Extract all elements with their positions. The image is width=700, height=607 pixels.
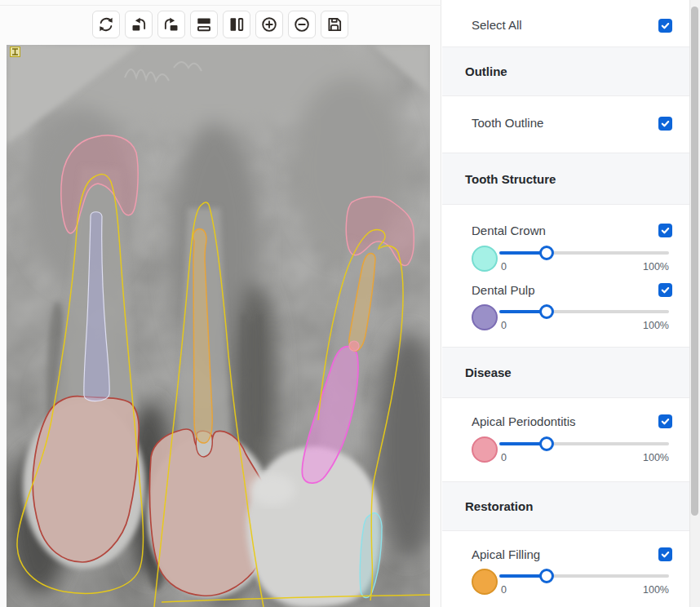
film-orientation-marker — [10, 47, 20, 57]
section-title: Outline — [465, 64, 507, 78]
check-icon — [661, 550, 670, 559]
ruler-icon — [11, 47, 20, 56]
dental-crown-color-swatch[interactable] — [472, 246, 498, 272]
radiograph-canvas[interactable] — [7, 45, 430, 607]
rotate-right-icon — [162, 16, 180, 33]
panel-scrollbar-thumb[interactable] — [691, 7, 698, 516]
slider-thumb[interactable] — [539, 246, 554, 260]
save-button[interactable] — [321, 11, 348, 38]
reset-rotation-button[interactable] — [92, 11, 120, 38]
apical-filling-checkbox[interactable] — [658, 547, 672, 561]
dental-pulp-label: Dental Pulp — [472, 283, 535, 298]
section-header-disease: Disease — [442, 347, 689, 398]
zoom-out-button[interactable] — [288, 11, 316, 38]
check-icon — [661, 119, 670, 128]
divider — [0, 5, 441, 6]
flip-vertical-button[interactable] — [190, 11, 218, 38]
rotate-right-button[interactable] — [157, 11, 185, 38]
dental-annotation-app: Select All Outline Tooth Outline Tooth S… — [0, 0, 700, 607]
section-header-restoration: Restoration — [442, 481, 689, 531]
rotate-left-button[interactable] — [125, 11, 153, 38]
slider-max-label: 100% — [499, 584, 669, 596]
apical-periodontitis-color-swatch[interactable] — [472, 436, 498, 463]
slider-max-label: 100% — [499, 261, 669, 272]
flip-horizontal-button[interactable] — [223, 11, 250, 38]
layers-panel: Select All Outline Tooth Outline Tooth S… — [442, 0, 689, 607]
slider-thumb[interactable] — [539, 436, 554, 451]
zoom-in-icon — [260, 16, 278, 33]
dental-crown-opacity-slider[interactable] — [499, 251, 669, 255]
zoom-in-button[interactable] — [255, 11, 283, 38]
slider-max-label: 100% — [499, 320, 669, 331]
flip-horizontal-icon — [228, 16, 246, 33]
section-title: Disease — [465, 366, 512, 379]
image-toolbar — [92, 11, 348, 38]
save-icon — [326, 16, 343, 33]
check-icon — [661, 286, 670, 295]
apical-periodontitis-opacity-slider[interactable] — [499, 442, 669, 445]
apical-periodontitis-label: Apical Periodontitis — [472, 414, 576, 429]
select-all-label: Select All — [472, 18, 522, 33]
zoom-out-icon — [293, 16, 311, 33]
dental-pulp-opacity-slider[interactable] — [499, 310, 669, 313]
select-all-checkbox[interactable] — [658, 19, 672, 33]
dental-crown-label: Dental Crown — [472, 224, 546, 238]
dental-pulp-color-swatch[interactable] — [472, 304, 498, 330]
reset-rotation-icon — [97, 16, 115, 33]
section-title: Tooth Structure — [465, 172, 556, 186]
apical-filling-color-swatch[interactable] — [472, 569, 498, 595]
slider-thumb[interactable] — [539, 304, 554, 319]
dental-pulp-checkbox[interactable] — [658, 283, 672, 297]
check-icon — [661, 417, 670, 426]
slider-thumb[interactable] — [539, 569, 554, 583]
tooth-outline-label: Tooth Outline — [472, 116, 543, 131]
slider-max-label: 100% — [499, 452, 669, 463]
apical-filling-opacity-slider[interactable] — [499, 574, 669, 578]
section-header-outline: Outline — [442, 47, 689, 96]
apical-filling-label: Apical Filling — [472, 547, 540, 562]
viewer-pane — [0, 0, 441, 607]
dental-crown-checkbox[interactable] — [658, 224, 672, 237]
section-header-tooth-structure: Tooth Structure — [442, 153, 689, 205]
filling-tip-marker — [349, 341, 359, 351]
apical-periodontitis-checkbox[interactable] — [658, 414, 672, 428]
rotate-left-icon — [130, 16, 148, 33]
flip-vertical-icon — [195, 16, 213, 33]
radiograph-image — [7, 45, 430, 607]
tooth-outline-checkbox[interactable] — [658, 117, 672, 131]
check-icon — [661, 226, 670, 235]
check-icon — [661, 21, 670, 30]
section-title: Restoration — [465, 499, 533, 513]
